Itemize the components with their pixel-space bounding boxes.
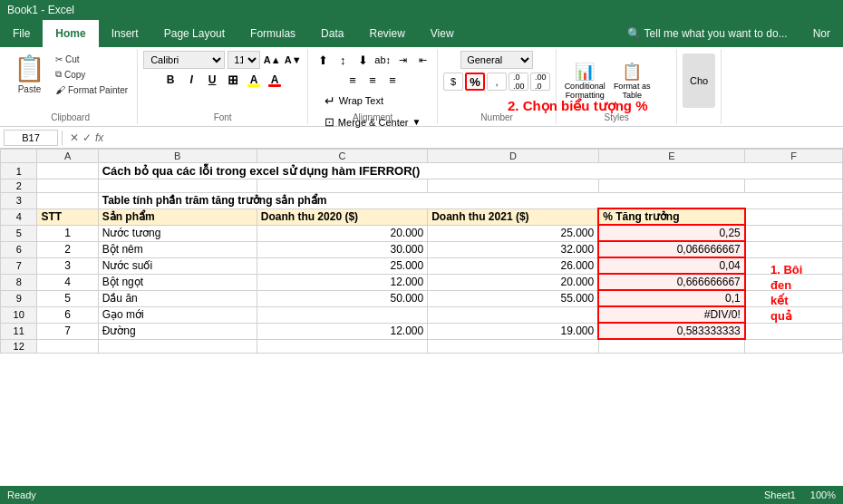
cell-7-D[interactable]: 26.000 xyxy=(428,257,598,274)
cell-6-D[interactable]: 32.000 xyxy=(428,241,598,257)
cho-button[interactable]: Cho xyxy=(683,53,715,108)
tab-nor[interactable]: Nor xyxy=(800,20,843,47)
cell-2-B[interactable] xyxy=(98,179,257,193)
cell-12-C[interactable] xyxy=(257,339,427,353)
cell-5-E[interactable]: 0,25 xyxy=(598,225,745,241)
indent-decrease-button[interactable]: ⇤ xyxy=(413,51,431,69)
comma-button[interactable]: , xyxy=(487,73,507,91)
cell-5-A[interactable]: 1 xyxy=(37,225,98,241)
cell-9-E[interactable]: 0,1 xyxy=(598,290,745,306)
formula-input[interactable] xyxy=(111,131,839,144)
tab-page-layout[interactable]: Page Layout xyxy=(151,20,237,47)
col-header-F[interactable]: F xyxy=(745,150,843,163)
cell-8-A[interactable]: 4 xyxy=(37,274,98,290)
col-header-D[interactable]: D xyxy=(428,150,598,163)
header-cell-A[interactable]: STT xyxy=(37,208,98,225)
cell-12-D[interactable] xyxy=(428,339,598,353)
align-right-button[interactable]: ≡ xyxy=(383,71,402,89)
font-size-select[interactable]: 11 xyxy=(228,51,260,69)
insert-function-icon[interactable]: fx xyxy=(95,131,103,144)
cell-10-E[interactable]: #DIV/0! xyxy=(598,306,745,323)
cell-7-C[interactable]: 25.000 xyxy=(257,257,427,274)
cell-11-A[interactable]: 7 xyxy=(37,323,98,339)
cell-10-D[interactable] xyxy=(428,306,598,323)
cell-2-C[interactable] xyxy=(257,179,427,193)
cell-reference-input[interactable] xyxy=(4,130,58,146)
tab-formulas[interactable]: Formulas xyxy=(237,20,308,47)
increase-font-button[interactable]: A▲ xyxy=(263,51,281,69)
conditional-formatting-button[interactable]: 📊 Conditional Formatting xyxy=(562,59,607,102)
cell-6-F[interactable] xyxy=(745,241,843,257)
col-header-E[interactable]: E xyxy=(598,150,745,163)
cell-11-F[interactable] xyxy=(745,323,843,339)
cell-5-B[interactable]: Nước tương xyxy=(98,225,257,241)
header-cell-B[interactable]: Sản phẩm xyxy=(98,208,257,225)
cell-9-D[interactable]: 55.000 xyxy=(428,290,598,306)
cell-7-A[interactable]: 3 xyxy=(37,257,98,274)
currency-button[interactable]: $ xyxy=(443,73,463,91)
cell-2-D[interactable] xyxy=(428,179,598,193)
cell-10-B[interactable]: Gạo mới xyxy=(98,306,257,323)
align-left-button[interactable]: ≡ xyxy=(344,71,362,89)
decrease-font-button[interactable]: A▼ xyxy=(284,51,302,69)
merge-dropdown-icon[interactable]: ▼ xyxy=(412,117,422,127)
font-name-select[interactable]: Calibri xyxy=(143,51,225,69)
cell-12-A[interactable] xyxy=(37,339,98,353)
font-color-button[interactable]: A xyxy=(266,71,284,89)
copy-button[interactable]: Copy xyxy=(52,67,131,82)
cell-11-E[interactable]: 0,583333333 xyxy=(598,323,745,339)
header-cell-D[interactable]: Doanh thu 2021 ($) xyxy=(428,208,598,225)
cell-6-E[interactable]: 0,066666667 xyxy=(598,241,745,257)
cancel-formula-icon[interactable]: ✕ xyxy=(70,131,79,144)
tab-tell-me[interactable]: 🔍 Tell me what you want to do... xyxy=(615,20,800,47)
wrap-text-button[interactable]: ↵ Wrap Text xyxy=(320,91,426,111)
header-cell-F[interactable] xyxy=(745,208,843,225)
decrease-decimal-button[interactable]: .00.0 xyxy=(530,73,550,91)
text-direction-button[interactable]: ab↕ xyxy=(373,51,392,69)
tab-home[interactable]: Home xyxy=(43,20,98,47)
italic-button[interactable]: I xyxy=(182,71,200,89)
cell-12-F[interactable] xyxy=(745,339,843,353)
sheet-tab[interactable]: Sheet1 xyxy=(764,489,796,500)
header-cell-E[interactable]: % Tăng trưởng xyxy=(598,208,745,225)
cell-12-B[interactable] xyxy=(98,339,257,353)
cell-3-B[interactable]: Table tính phần trăm tăng trưởng sản phẩ… xyxy=(98,193,842,209)
cut-button[interactable]: Cut xyxy=(52,53,131,66)
confirm-formula-icon[interactable]: ✓ xyxy=(82,131,92,144)
tab-review[interactable]: Review xyxy=(356,20,417,47)
cell-6-C[interactable]: 30.000 xyxy=(257,241,427,257)
tab-view[interactable]: View xyxy=(418,20,467,47)
bold-button[interactable]: B xyxy=(161,71,179,89)
border-button[interactable]: ⊞ xyxy=(224,71,242,89)
format-painter-button[interactable]: Format Painter xyxy=(52,82,131,97)
tab-file[interactable]: File xyxy=(0,20,43,47)
col-header-A[interactable]: A xyxy=(37,150,98,163)
cell-2-A[interactable] xyxy=(37,179,98,193)
cell-8-B[interactable]: Bột ngọt xyxy=(98,274,257,290)
cell-9-B[interactable]: Dầu ăn xyxy=(98,290,257,306)
header-cell-C[interactable]: Doanh thu 2020 ($) xyxy=(257,208,427,225)
cell-11-D[interactable]: 19.000 xyxy=(428,323,598,339)
cell-6-B[interactable]: Bột nêm xyxy=(98,241,257,257)
cell-10-A[interactable]: 6 xyxy=(37,306,98,323)
cell-2-E[interactable] xyxy=(598,179,745,193)
cell-5-F[interactable] xyxy=(745,225,843,241)
increase-decimal-button[interactable]: .0.00 xyxy=(509,73,528,91)
indent-increase-button[interactable]: ⇥ xyxy=(393,51,412,69)
cell-10-C[interactable] xyxy=(257,306,427,323)
col-header-B[interactable]: B xyxy=(98,150,257,163)
cell-1-B[interactable]: Cách bỏ qua các lỗi trong excel sử dụng … xyxy=(98,163,842,179)
tab-data[interactable]: Data xyxy=(308,20,356,47)
cell-8-C[interactable]: 12.000 xyxy=(257,274,427,290)
cell-9-C[interactable]: 50.000 xyxy=(257,290,427,306)
underline-button[interactable]: U xyxy=(203,71,221,89)
spreadsheet[interactable]: A B C D E F 1Cách bỏ qua các lỗi trong e… xyxy=(0,149,843,486)
cell-6-A[interactable]: 2 xyxy=(37,241,98,257)
fill-color-button[interactable]: A xyxy=(245,71,263,89)
cell-11-B[interactable]: Đường xyxy=(98,323,257,339)
cell-11-C[interactable]: 12.000 xyxy=(257,323,427,339)
cell-3-A[interactable] xyxy=(37,193,98,209)
format-table-button[interactable]: 📋 Format as Table xyxy=(609,59,654,102)
tab-insert[interactable]: Insert xyxy=(99,20,151,47)
cell-7-E[interactable]: 0,04 xyxy=(598,257,745,274)
